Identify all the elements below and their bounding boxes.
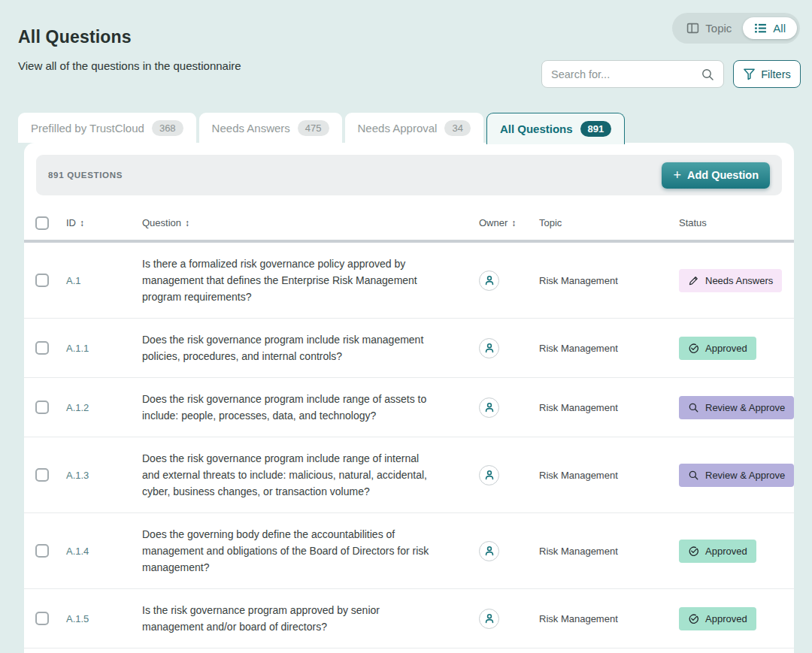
toggle-option-label: Topic (705, 22, 732, 35)
row-checkbox[interactable] (35, 468, 49, 482)
table-row[interactable]: A.1.2 Does the risk governance program i… (24, 378, 794, 437)
select-all-checkbox[interactable] (35, 216, 49, 230)
questions-toolbar: 891 QUESTIONS + Add Question (36, 155, 782, 195)
question-id: A.1.3 (66, 470, 142, 481)
person-icon (483, 545, 495, 557)
column-header-owner[interactable]: Owner ↕ (479, 217, 539, 228)
sort-icon[interactable]: ↕ (80, 218, 84, 228)
tab-count-badge: 475 (298, 120, 329, 136)
row-checkbox[interactable] (35, 401, 49, 414)
question-topic: Risk Management (539, 275, 679, 286)
check-circle-icon (688, 343, 699, 354)
table-row[interactable]: A.1.1 Does the risk governance program i… (24, 319, 794, 378)
status-label: Approved (705, 546, 747, 557)
search-box (541, 60, 724, 88)
owner-avatar[interactable] (479, 541, 499, 561)
status-badge[interactable]: Needs Answers (679, 269, 782, 292)
pencil-icon (688, 275, 699, 286)
tab-prefilled-by-trustcloud[interactable]: Prefilled by TrustCloud 368 (18, 113, 196, 143)
column-header-status[interactable]: Status (679, 217, 794, 228)
toggle-option-topic[interactable]: Topic (675, 17, 743, 39)
add-question-button[interactable]: + Add Question (662, 162, 770, 189)
page-subtitle: View all of the questions in the questio… (18, 59, 241, 72)
question-text: Does the governing body define the accou… (142, 513, 458, 588)
table-header: ID ↕ Question ↕ Owner ↕ Topic Status (24, 206, 794, 243)
filters-label: Filters (761, 68, 790, 80)
tab-label: Needs Approval (358, 122, 438, 135)
question-topic: Risk Management (539, 343, 679, 354)
table-row[interactable]: A.1.5 Is the risk governance program app… (24, 589, 794, 648)
owner-avatar[interactable] (479, 398, 499, 418)
person-icon (483, 274, 495, 286)
status-badge[interactable]: Approved (679, 337, 756, 360)
questions-table-body: A.1 Is there a formalized risk governanc… (24, 243, 794, 648)
plus-icon: + (673, 168, 681, 182)
row-checkbox[interactable] (35, 544, 49, 558)
person-icon (483, 612, 495, 624)
table-row[interactable]: A.1 Is there a formalized risk governanc… (24, 243, 794, 319)
magnifier-icon (688, 470, 699, 481)
sort-icon[interactable]: ↕ (185, 218, 189, 228)
status-badge[interactable]: Review & Approve (679, 396, 794, 419)
check-circle-icon (688, 546, 699, 557)
question-text: Does the risk governance program include… (142, 319, 458, 377)
toggle-option-label: All (773, 22, 786, 35)
question-id: A.1 (66, 275, 142, 286)
status-label: Review & Approve (705, 470, 785, 481)
filter-funnel-icon (743, 68, 756, 80)
question-text: Is there a formalized risk governance po… (142, 243, 458, 318)
question-text: Does the risk governance program include… (142, 437, 458, 512)
tab-label: Prefilled by TrustCloud (31, 122, 144, 135)
tab-count-badge: 891 (580, 121, 612, 137)
row-checkbox[interactable] (35, 612, 49, 625)
status-badge[interactable]: Approved (679, 607, 756, 630)
status-label: Needs Answers (705, 275, 773, 286)
tab-label: All Questions (500, 122, 573, 135)
questions-count-label: 891 QUESTIONS (48, 171, 123, 180)
question-topic: Risk Management (539, 613, 679, 624)
person-icon (483, 342, 495, 354)
add-question-label: Add Question (687, 169, 759, 181)
tab-all-questions[interactable]: All Questions 891 (486, 113, 625, 144)
owner-avatar[interactable] (479, 271, 499, 291)
column-header-question[interactable]: Question ↕ (142, 217, 479, 228)
question-text: Does the risk governance program include… (142, 378, 458, 437)
owner-avatar[interactable] (479, 465, 499, 485)
question-topic: Risk Management (539, 546, 679, 557)
tab-label: Needs Answers (212, 122, 290, 135)
tab-bar: Prefilled by TrustCloud 368 Needs Answer… (18, 113, 625, 143)
tab-needs-approval[interactable]: Needs Approval 34 (345, 113, 483, 143)
question-text: Is the risk governance program approved … (142, 589, 458, 648)
question-topic: Risk Management (539, 402, 679, 413)
status-badge[interactable]: Review & Approve (679, 464, 794, 487)
question-id: A.1.4 (66, 546, 142, 557)
table-row[interactable]: A.1.3 Does the risk governance program i… (24, 437, 794, 513)
owner-avatar[interactable] (479, 338, 499, 358)
status-label: Review & Approve (705, 402, 785, 413)
tab-count-badge: 34 (444, 120, 470, 136)
table-row[interactable]: A.1.4 Does the governing body define the… (24, 513, 794, 589)
question-id: A.1.5 (66, 613, 142, 624)
page-title: All Questions (18, 27, 132, 47)
list-icon (754, 22, 767, 35)
check-circle-icon (688, 613, 699, 624)
row-checkbox[interactable] (35, 274, 49, 287)
tab-needs-answers[interactable]: Needs Answers 475 (199, 113, 342, 143)
filters-button[interactable]: Filters (733, 60, 801, 88)
row-checkbox[interactable] (35, 341, 49, 355)
owner-avatar[interactable] (479, 609, 499, 629)
column-header-id[interactable]: ID ↕ (66, 217, 142, 228)
board-icon (686, 22, 699, 35)
sort-icon[interactable]: ↕ (511, 218, 516, 228)
search-icon (701, 68, 714, 81)
search-input[interactable] (551, 68, 701, 80)
status-label: Approved (705, 613, 747, 624)
toggle-option-all[interactable]: All (743, 17, 797, 39)
question-id: A.1.1 (66, 343, 142, 354)
status-badge[interactable]: Approved (679, 540, 756, 563)
magnifier-icon (688, 402, 699, 413)
column-header-topic[interactable]: Topic (539, 217, 679, 228)
view-toggle: Topic All (672, 13, 800, 44)
questions-panel: 891 QUESTIONS + Add Question ID ↕ Questi… (24, 143, 794, 653)
question-id: A.1.2 (66, 402, 142, 413)
